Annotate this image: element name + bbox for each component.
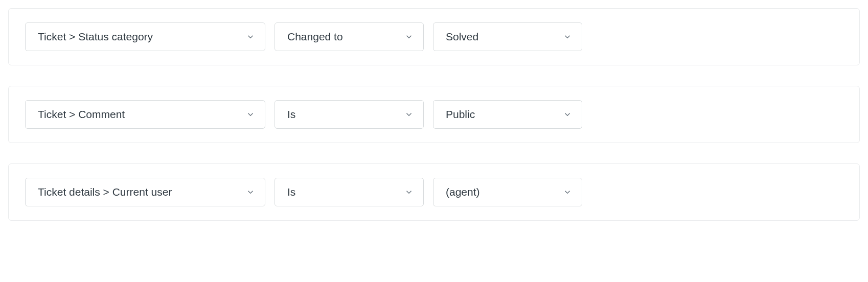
condition-value-label: (agent): [446, 186, 556, 198]
chevron-down-icon: [245, 187, 256, 197]
condition-row: Ticket details > Current user Is (agent): [8, 163, 860, 221]
condition-field-label: Ticket > Status category: [38, 31, 239, 43]
condition-operator-dropdown[interactable]: Is: [275, 100, 424, 129]
condition-value-dropdown[interactable]: (agent): [433, 178, 582, 206]
condition-operator-label: Is: [287, 108, 398, 121]
chevron-down-icon: [245, 109, 256, 120]
chevron-down-icon: [562, 187, 573, 197]
condition-operator-label: Changed to: [287, 31, 398, 43]
chevron-down-icon: [245, 32, 256, 42]
condition-operator-dropdown[interactable]: Is: [275, 178, 424, 206]
chevron-down-icon: [562, 32, 573, 42]
chevron-down-icon: [562, 109, 573, 120]
condition-operator-label: Is: [287, 186, 398, 198]
condition-field-dropdown[interactable]: Ticket > Comment: [25, 100, 265, 129]
condition-row: Ticket > Comment Is Public: [8, 86, 860, 143]
condition-value-dropdown[interactable]: Solved: [433, 22, 582, 51]
chevron-down-icon: [404, 32, 414, 42]
chevron-down-icon: [404, 109, 414, 120]
condition-field-label: Ticket > Comment: [38, 108, 239, 121]
condition-value-dropdown[interactable]: Public: [433, 100, 582, 129]
condition-row: Ticket > Status category Changed to Solv…: [8, 8, 860, 65]
condition-value-label: Public: [446, 108, 556, 121]
condition-field-dropdown[interactable]: Ticket > Status category: [25, 22, 265, 51]
chevron-down-icon: [404, 187, 414, 197]
condition-field-dropdown[interactable]: Ticket details > Current user: [25, 178, 265, 206]
condition-field-label: Ticket details > Current user: [38, 186, 239, 198]
condition-value-label: Solved: [446, 31, 556, 43]
condition-operator-dropdown[interactable]: Changed to: [275, 22, 424, 51]
